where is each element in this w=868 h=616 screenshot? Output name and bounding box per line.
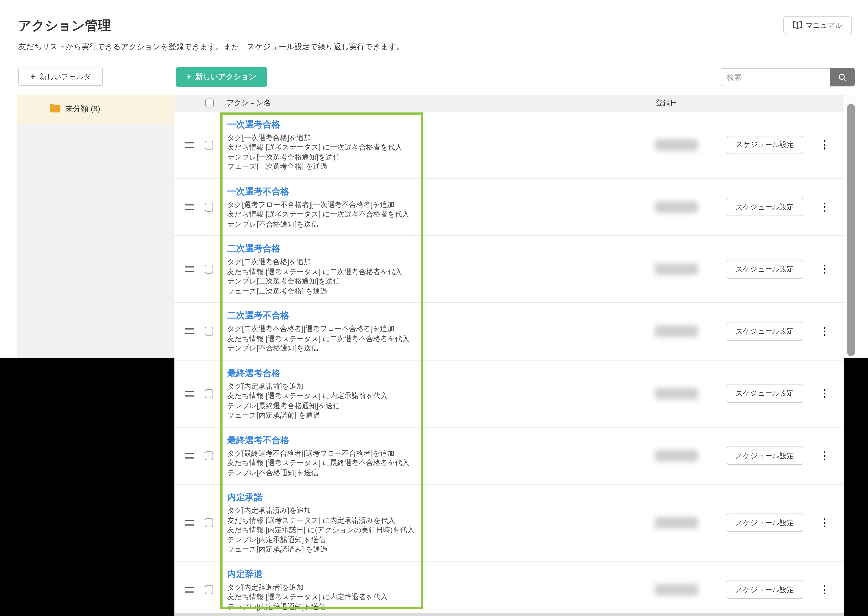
action-description-line: フェーズ[内定承諾前] を通過 xyxy=(227,410,844,420)
action-row: 二次選考合格タグ[二次選考合格]を追加友だち情報 [選考ステータス] に二次選考… xyxy=(174,236,844,303)
column-header-action-name: アクション名 xyxy=(227,95,271,112)
window-edge xyxy=(865,0,866,358)
kebab-menu-button[interactable] xyxy=(821,388,829,399)
action-row: 内定承諾タグ[内定承諾済み]を追加友だち情報 [選考ステータス] に内定承諾済み… xyxy=(174,485,844,561)
drag-handle-icon[interactable] xyxy=(185,142,194,148)
registered-date-blurred xyxy=(655,388,698,399)
drag-handle-icon[interactable] xyxy=(185,266,194,272)
action-row: 最終選考不合格タグ[最終選考不合格者][選考フロー不合格者]を追加友だち情報 [… xyxy=(174,427,844,485)
horizontal-scrollbar[interactable] xyxy=(174,613,844,616)
kebab-menu-button[interactable] xyxy=(821,139,829,150)
kebab-menu-button[interactable] xyxy=(821,450,829,461)
action-row: 一次選考合格タグ[一次選考合格]を追加友だち情報 [選考ステータス] に一次選考… xyxy=(174,112,844,179)
kebab-menu-button[interactable] xyxy=(821,201,829,212)
schedule-settings-button[interactable]: スケジュール設定 xyxy=(727,198,803,216)
new-folder-button[interactable]: + 新しいフォルダ xyxy=(18,68,103,86)
registered-date-blurred xyxy=(655,139,698,151)
search-icon xyxy=(838,73,847,82)
table-body: 一次選考合格タグ[一次選考合格]を追加友だち情報 [選考ステータス] に一次選考… xyxy=(174,112,844,616)
redacted-black-region-right xyxy=(844,358,868,616)
table-header: アクション名 登録日 xyxy=(174,95,844,112)
row-checkbox[interactable] xyxy=(205,140,213,149)
drag-handle-icon[interactable] xyxy=(185,391,194,396)
new-action-button[interactable]: + 新しいアクション xyxy=(176,67,267,87)
folder-icon xyxy=(50,105,60,113)
registered-date-blurred xyxy=(655,325,698,337)
schedule-settings-button[interactable]: スケジュール設定 xyxy=(727,322,803,341)
drag-handle-icon[interactable] xyxy=(185,204,194,210)
row-checkbox[interactable] xyxy=(205,265,213,273)
action-description-line: フェーズ[二次選考合格] を通過 xyxy=(227,286,844,296)
new-action-button-label: 新しいアクション xyxy=(196,72,257,82)
action-row: 二次選考不合格タグ[二次選考不合格者][選考フロー不合格者]を追加友だち情報 [… xyxy=(174,303,844,360)
search-bar xyxy=(721,68,855,86)
column-header-registered-date: 登録日 xyxy=(656,95,677,112)
row-checkbox[interactable] xyxy=(205,451,213,460)
schedule-settings-button[interactable]: スケジュール設定 xyxy=(727,513,803,532)
folder-label: 未分類 (8) xyxy=(65,104,100,114)
action-description-line: テンプレ[不合格通知]を送信 xyxy=(227,219,844,229)
action-description-line: テンプレ[不合格通知]を送信 xyxy=(227,468,844,477)
kebab-menu-button[interactable] xyxy=(821,517,829,528)
drag-handle-icon[interactable] xyxy=(185,453,194,459)
book-icon xyxy=(793,21,802,29)
action-title-link[interactable]: 内定辞退 xyxy=(227,569,263,578)
select-all-checkbox[interactable] xyxy=(205,99,213,107)
row-checkbox[interactable] xyxy=(205,518,213,527)
redacted-black-region-left xyxy=(0,358,174,616)
schedule-settings-button[interactable]: スケジュール設定 xyxy=(727,580,803,599)
kebab-menu-button[interactable] xyxy=(821,326,829,337)
action-table: アクション名 登録日 一次選考合格タグ[一次選考合格]を追加友だち情報 [選考ス… xyxy=(174,95,844,616)
registered-date-blurred xyxy=(655,584,698,596)
app-window: アクション管理 友だちリストから実行できるアクションを登録できます。また、スケジ… xyxy=(0,0,868,616)
action-row: 一次選考不合格タグ[選考フロー不合格者][一次選考不合格者]を追加友だち情報 [… xyxy=(174,179,844,236)
action-title-link[interactable]: 最終選考不合格 xyxy=(227,435,289,445)
row-checkbox[interactable] xyxy=(205,327,213,336)
kebab-menu-button[interactable] xyxy=(821,584,829,595)
action-title-link[interactable]: 一次選考合格 xyxy=(227,120,280,129)
drag-handle-icon[interactable] xyxy=(185,520,194,525)
kebab-menu-button[interactable] xyxy=(821,264,829,275)
drag-handle-icon[interactable] xyxy=(185,587,194,592)
action-description-line: フェーズ[内定承諾済み] を通過 xyxy=(227,544,844,554)
registered-date-blurred xyxy=(655,263,698,275)
plus-icon: + xyxy=(30,72,35,81)
action-row: 最終選考合格タグ[内定承諾前]を追加友だち情報 [選考ステータス] に内定承諾前… xyxy=(174,360,844,427)
row-checkbox[interactable] xyxy=(205,203,213,211)
action-description-line: テンプレ[内定承諾通知]を送信 xyxy=(227,535,844,544)
folder-sidebar: 未分類 (8) xyxy=(17,95,174,358)
page-subtitle: 友だちリストから実行できるアクションを登録できます。また、スケジュール設定で繰り… xyxy=(18,42,404,52)
action-description-line: フェーズ[一次選考合格] を通過 xyxy=(227,162,844,171)
action-title-link[interactable]: 二次選考不合格 xyxy=(227,311,289,320)
action-title-link[interactable]: 最終選考合格 xyxy=(227,369,280,377)
schedule-settings-button[interactable]: スケジュール設定 xyxy=(727,384,803,403)
action-description-line: テンプレ[不合格通知]を送信 xyxy=(227,343,844,353)
schedule-settings-button[interactable]: スケジュール設定 xyxy=(727,446,803,465)
vertical-scrollbar[interactable] xyxy=(846,95,856,358)
schedule-settings-button[interactable]: スケジュール設定 xyxy=(727,135,803,154)
action-title-link[interactable]: 内定承諾 xyxy=(227,493,263,502)
registered-date-blurred xyxy=(655,517,698,528)
plus-icon: + xyxy=(187,72,191,81)
manual-button[interactable]: マニュアル xyxy=(783,16,852,35)
page-title: アクション管理 xyxy=(18,17,111,34)
action-title-link[interactable]: 一次選考不合格 xyxy=(227,187,289,196)
schedule-settings-button[interactable]: スケジュール設定 xyxy=(727,260,803,278)
registered-date-blurred xyxy=(655,450,698,461)
action-description-line: テンプレ[内定辞退通知]を送信 xyxy=(227,602,844,611)
search-button[interactable] xyxy=(830,68,855,86)
registered-date-blurred xyxy=(655,201,698,213)
scrollbar-thumb[interactable] xyxy=(847,104,855,356)
manual-button-label: マニュアル xyxy=(805,20,842,30)
search-input[interactable] xyxy=(721,68,830,86)
action-row: 内定辞退タグ[内定辞退者]を追加友だち情報 [選考ステータス] に内定辞退者を代… xyxy=(174,561,844,616)
row-checkbox[interactable] xyxy=(205,389,213,398)
sidebar-item-uncategorized[interactable]: 未分類 (8) xyxy=(17,95,174,123)
new-folder-button-label: 新しいフォルダ xyxy=(39,72,91,82)
row-checkbox[interactable] xyxy=(205,585,213,594)
action-title-link[interactable]: 二次選考合格 xyxy=(227,244,280,253)
drag-handle-icon[interactable] xyxy=(185,328,194,334)
